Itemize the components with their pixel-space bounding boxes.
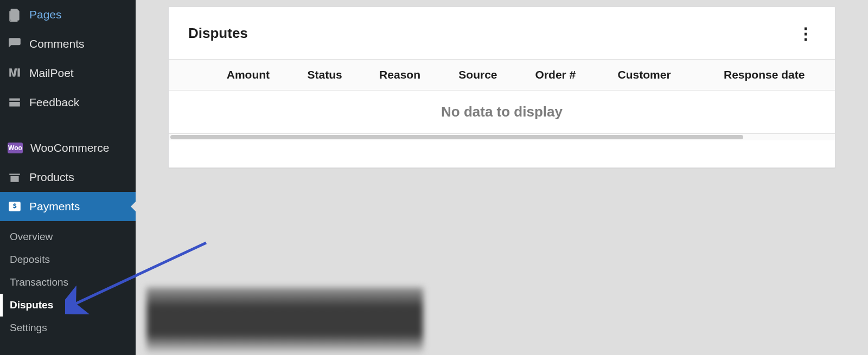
submenu-item-transactions[interactable]: Transactions — [0, 271, 136, 294]
card-title: Disputes — [188, 25, 248, 42]
column-indicator — [169, 60, 207, 91]
comments-icon — [8, 37, 22, 51]
sidebar-item-label: WooCommerce — [30, 141, 109, 154]
sidebar-item-pages[interactable]: Pages — [0, 0, 136, 29]
sidebar-item-label: MailPoet — [29, 67, 74, 80]
payments-icon — [8, 199, 22, 214]
sidebar-item-label: Products — [29, 171, 74, 184]
sidebar-item-label: Feedback — [29, 96, 79, 109]
scrollbar-thumb[interactable] — [170, 135, 743, 139]
admin-sidebar: Pages Comments MailPoet Feedback Woo Woo… — [0, 0, 136, 355]
column-source[interactable]: Source — [440, 60, 516, 91]
sidebar-item-products[interactable]: Products — [0, 163, 136, 192]
card-header: Disputes ⋮ — [169, 7, 835, 60]
column-status[interactable]: Status — [290, 60, 360, 91]
products-icon — [8, 170, 22, 184]
card-menu-button[interactable]: ⋮ — [796, 23, 815, 43]
column-amount[interactable]: Amount — [207, 60, 290, 91]
pages-icon — [8, 8, 22, 22]
disputes-table: Amount Status Reason Source Order # Cust… — [169, 60, 835, 134]
sidebar-item-feedback[interactable]: Feedback — [0, 88, 136, 117]
submenu-item-settings[interactable]: Settings — [0, 317, 136, 339]
kebab-icon: ⋮ — [797, 24, 814, 43]
table-scroll-container[interactable]: Amount Status Reason Source Order # Cust… — [169, 60, 835, 134]
column-reason[interactable]: Reason — [360, 60, 439, 91]
submenu-item-disputes[interactable]: Disputes — [0, 294, 136, 317]
feedback-icon — [8, 95, 22, 109]
column-order[interactable]: Order # — [516, 60, 595, 91]
horizontal-scrollbar[interactable] — [169, 134, 835, 140]
submenu-item-overview[interactable]: Overview — [0, 225, 136, 248]
sidebar-item-mailpoet[interactable]: MailPoet — [0, 59, 136, 88]
card-footer — [169, 140, 835, 167]
sidebar-item-label: Pages — [29, 8, 62, 21]
menu-separator — [0, 117, 136, 133]
sidebar-item-woocommerce[interactable]: Woo WooCommerce — [0, 133, 136, 163]
column-response-date[interactable]: Response date — [693, 60, 835, 91]
sidebar-item-comments[interactable]: Comments — [0, 29, 136, 59]
mailpoet-icon — [8, 66, 22, 80]
table-header-row: Amount Status Reason Source Order # Cust… — [169, 60, 835, 91]
sidebar-item-payments[interactable]: Payments — [0, 192, 136, 221]
column-customer[interactable]: Customer — [595, 60, 694, 91]
empty-state-row: No data to display — [169, 91, 835, 134]
sidebar-item-label: Comments — [29, 37, 85, 50]
redacted-overlay — [146, 287, 423, 354]
sidebar-item-label: Payments — [29, 200, 80, 213]
woocommerce-icon: Woo — [8, 143, 23, 153]
empty-state-message: No data to display — [169, 91, 835, 134]
payments-submenu: Overview Deposits Transactions Disputes … — [0, 221, 136, 344]
submenu-item-deposits[interactable]: Deposits — [0, 248, 136, 271]
disputes-card: Disputes ⋮ Amount Status Reason Source O — [168, 7, 835, 168]
